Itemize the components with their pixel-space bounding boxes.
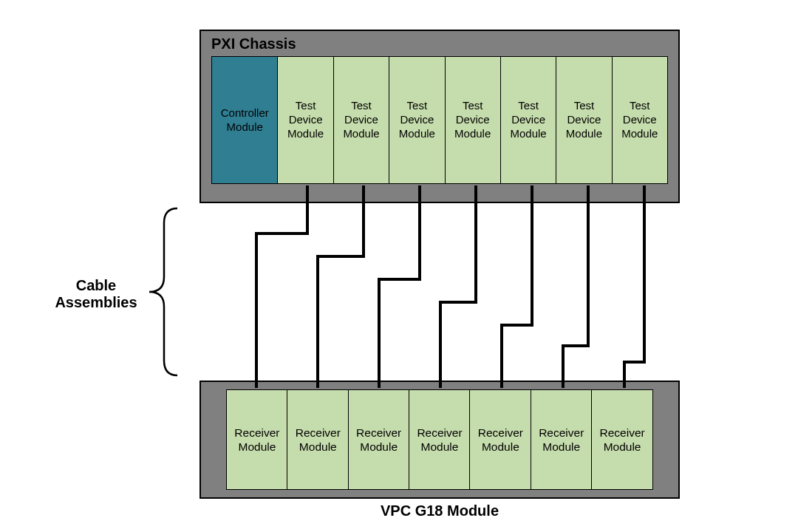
test-device-module: Test Device Module xyxy=(278,57,333,183)
pxi-chassis: PXI Chassis Controller Module Test Devic… xyxy=(200,30,680,203)
diagram-stage: PXI Chassis Controller Module Test Devic… xyxy=(30,15,768,517)
receiver-module-label: Receiver Module xyxy=(595,426,649,454)
receiver-module-label: Receiver Module xyxy=(230,426,284,454)
test-device-module: Test Device Module xyxy=(446,57,501,183)
receiver-module-label: Receiver Module xyxy=(534,426,589,454)
test-device-module: Test Device Module xyxy=(389,57,445,183)
receiver-slots: Receiver Module Receiver Module Receiver… xyxy=(226,389,653,490)
receiver-module-label: Receiver Module xyxy=(352,426,406,454)
test-device-label: Test Device Module xyxy=(502,99,554,140)
receiver-module: Receiver Module xyxy=(591,389,653,490)
pxi-chassis-slots: Controller Module Test Device Module Tes… xyxy=(211,56,668,184)
test-device-label: Test Device Module xyxy=(335,99,387,140)
receiver-module-label: Receiver Module xyxy=(473,426,528,454)
receiver-module: Receiver Module xyxy=(226,389,288,490)
test-device-module: Test Device Module xyxy=(556,57,612,183)
receiver-module: Receiver Module xyxy=(348,389,410,490)
receiver-module: Receiver Module xyxy=(531,389,593,490)
test-device-module: Test Device Module xyxy=(501,57,556,183)
pxi-chassis-title: PXI Chassis xyxy=(211,35,296,52)
test-device-label: Test Device Module xyxy=(614,99,666,140)
test-device-label: Test Device Module xyxy=(558,99,610,140)
receiver-module: Receiver Module xyxy=(409,389,471,490)
receiver-module: Receiver Module xyxy=(287,389,349,490)
test-device-label: Test Device Module xyxy=(279,99,331,140)
receiver-module: Receiver Module xyxy=(469,389,531,490)
test-device-module: Test Device Module xyxy=(613,57,667,183)
cable-assemblies-label: Cable Assemblies xyxy=(44,277,148,311)
test-device-module: Test Device Module xyxy=(334,57,389,183)
receiver-module-label: Receiver Module xyxy=(290,426,345,454)
controller-module: Controller Module xyxy=(212,57,278,183)
controller-module-label: Controller Module xyxy=(214,106,276,134)
vpc-g18-module: Receiver Module Receiver Module Receiver… xyxy=(200,381,680,499)
test-device-label: Test Device Module xyxy=(447,99,499,140)
receiver-module-label: Receiver Module xyxy=(412,426,467,454)
vpc-g18-title: VPC G18 Module xyxy=(200,502,680,519)
test-device-label: Test Device Module xyxy=(391,99,443,140)
